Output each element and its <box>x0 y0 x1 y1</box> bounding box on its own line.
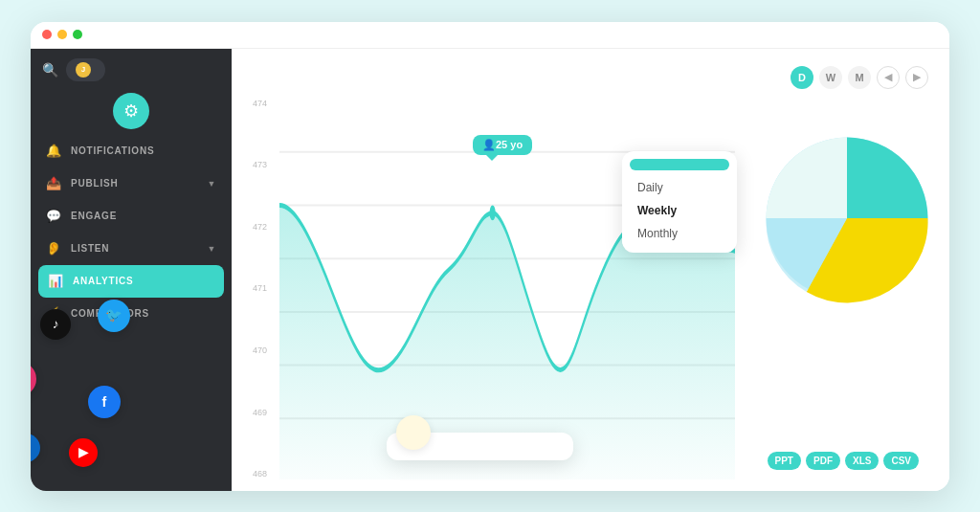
sidebar-logo: ⚙ <box>113 93 149 129</box>
tooltip-label: 25 yo <box>496 139 523 150</box>
sidebar-item-publish[interactable]: 📤 PUBLISH ▼ <box>31 167 232 200</box>
svg-point-6 <box>490 205 496 220</box>
period-option-weekly[interactable]: Weekly <box>622 199 737 222</box>
y-label: 473 <box>253 160 267 169</box>
engage-icon: 💬 <box>46 209 61 224</box>
notifications-icon: 🔔 <box>46 144 61 159</box>
y-label: 474 <box>253 99 267 108</box>
avatar: J <box>76 62 91 78</box>
minimize-dot[interactable] <box>57 30 67 39</box>
y-label: 469 <box>253 408 267 417</box>
export-buttons: PPTPDFXLSCSV <box>768 452 919 470</box>
sidebar-top: 🔍 J <box>31 49 232 87</box>
close-dot[interactable] <box>42 30 52 39</box>
y-label: 471 <box>253 283 267 293</box>
titlebar <box>31 22 949 49</box>
export-btn-xls[interactable]: XLS <box>845 452 879 470</box>
period-card: DailyWeeklyMonthly <box>622 151 737 253</box>
next-arrow[interactable]: ▶ <box>905 66 928 89</box>
period-btn-w[interactable]: W <box>819 66 842 89</box>
sidebar-item-notifications[interactable]: 🔔 NOTIFICATIONS <box>31 135 232 167</box>
sidebar-item-analytics[interactable]: 📊 ANALYTICS <box>38 265 224 298</box>
user-badge: J <box>66 58 105 81</box>
nav-label: NOTIFICATIONS <box>71 145 154 156</box>
y-axis: 474473472471470469468 <box>253 99 267 479</box>
main-content: DWM◀▶ 474473472471470469468 <box>232 49 949 491</box>
y-label: 468 <box>253 469 267 479</box>
chevron-icon: ▼ <box>208 179 216 189</box>
period-btn-m[interactable]: M <box>848 66 871 89</box>
nav-label: PUBLISH <box>71 178 119 189</box>
publish-icon: 📤 <box>46 176 61 191</box>
pie-chart <box>756 127 938 309</box>
analytics-icon: 📊 <box>48 274 63 289</box>
nav-label: ENGAGE <box>71 211 117 221</box>
sidebar-item-listen[interactable]: 👂 LISTEN ▼ <box>31 233 232 265</box>
sidebar-item-competitors[interactable]: ⚡ COMPETITORS <box>31 298 232 330</box>
sidebar-item-engage[interactable]: 💬 ENGAGE <box>31 200 232 233</box>
period-card-icon <box>630 159 729 170</box>
tooltip-icon: 👤 <box>482 139 496 151</box>
app-window: 🔍 J ⚙ 🔔 NOTIFICATIONS 📤 PUBLISH ▼ 💬 ENGA… <box>31 22 949 491</box>
fullscreen-dot[interactable] <box>73 30 82 39</box>
chart-area: 474473472471470469468 <box>253 99 928 479</box>
chart-tooltip: 👤 25 yo <box>473 135 532 155</box>
chevron-icon: ▼ <box>208 244 216 254</box>
period-option-monthly[interactable]: Monthly <box>622 222 737 245</box>
engagement-card <box>387 433 573 460</box>
listen-icon: 👂 <box>46 241 61 256</box>
competitors-icon: ⚡ <box>46 306 61 322</box>
engagement-icon <box>396 415 431 450</box>
prev-arrow[interactable]: ◀ <box>877 66 900 89</box>
y-label: 470 <box>253 345 267 355</box>
content-header: DWM◀▶ <box>253 66 928 89</box>
search-icon[interactable]: 🔍 <box>42 62 58 78</box>
export-btn-ppt[interactable]: PPT <box>768 452 801 470</box>
nav-label: COMPETITORS <box>71 308 149 319</box>
export-btn-pdf[interactable]: PDF <box>806 452 840 470</box>
export-btn-csv[interactable]: CSV <box>883 452 919 470</box>
period-toggle: DWM◀▶ <box>791 66 928 89</box>
period-option-daily[interactable]: Daily <box>622 176 737 199</box>
y-label: 472 <box>253 222 267 232</box>
logo-icon: ⚙ <box>123 100 139 122</box>
nav-label: ANALYTICS <box>73 276 134 286</box>
sidebar: 🔍 J ⚙ 🔔 NOTIFICATIONS 📤 PUBLISH ▼ 💬 ENGA… <box>31 49 232 491</box>
main-layout: 🔍 J ⚙ 🔔 NOTIFICATIONS 📤 PUBLISH ▼ 💬 ENGA… <box>31 49 949 491</box>
sidebar-nav: 🔔 NOTIFICATIONS 📤 PUBLISH ▼ 💬 ENGAGE 👂 L… <box>31 133 232 491</box>
period-btn-d[interactable]: D <box>791 66 813 89</box>
nav-label: LISTEN <box>71 243 109 254</box>
